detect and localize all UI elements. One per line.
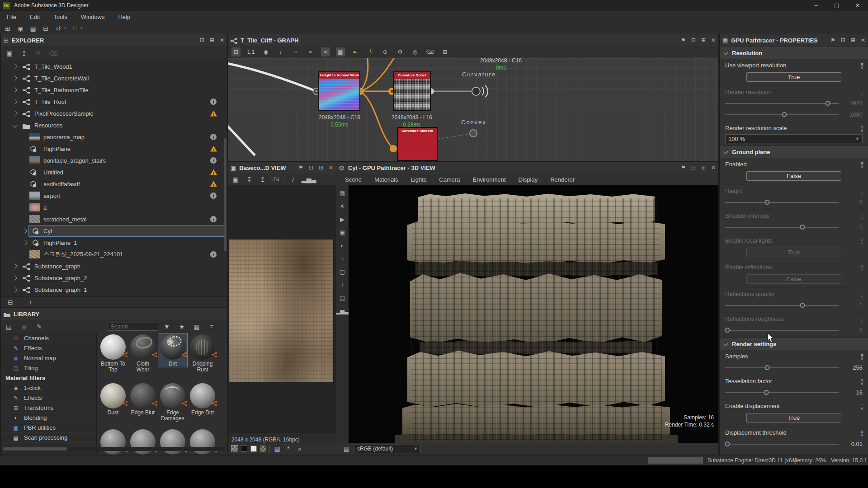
shadow-icon[interactable]: ○ bbox=[340, 255, 344, 262]
chevron-right-icon[interactable] bbox=[12, 87, 17, 92]
slider-track[interactable] bbox=[725, 227, 839, 228]
screenshot-icon[interactable]: ◉ bbox=[261, 47, 270, 56]
close-panel-icon[interactable]: ✕ bbox=[711, 37, 716, 43]
redo-icon[interactable]: ↻ bbox=[71, 25, 79, 32]
open-icon[interactable]: ▤ bbox=[29, 25, 37, 32]
section-ground-plane[interactable]: Ground plane bbox=[720, 145, 868, 158]
slider-handle[interactable] bbox=[800, 225, 805, 230]
info-icon[interactable]: i bbox=[210, 216, 217, 222]
info-icon[interactable]: i bbox=[210, 192, 217, 199]
tree-row-PixelProcessorSample[interactable]: PixelProcessorSample bbox=[1, 108, 227, 119]
info-icon[interactable]: i bbox=[289, 176, 297, 183]
move-icon[interactable]: + bbox=[340, 282, 344, 288]
histogram-icon[interactable]: ▂▅▃ bbox=[302, 176, 316, 183]
section-resolution[interactable]: Resolution bbox=[720, 47, 868, 59]
graph-node[interactable]: Height to Normal World... bbox=[318, 71, 360, 111]
warning-icon[interactable] bbox=[210, 146, 217, 152]
bg-custom-icon[interactable] bbox=[260, 446, 266, 452]
slider-track[interactable] bbox=[725, 330, 839, 331]
tree-row-HighPlane_1[interactable]: HighPlane_1 bbox=[1, 237, 227, 249]
slider-handle[interactable] bbox=[725, 441, 730, 446]
save-icon[interactable]: ▣ bbox=[5, 50, 14, 57]
pin-icon[interactable]: ⚑ bbox=[681, 164, 686, 171]
library-item-dirt[interactable]: Dirt bbox=[158, 333, 187, 367]
tree-row-airport[interactable]: airporti bbox=[1, 190, 227, 202]
chevron-right-icon[interactable] bbox=[12, 263, 17, 268]
import-icon[interactable]: ↧ bbox=[245, 176, 253, 183]
preset-icon[interactable]: ≡˅ bbox=[861, 188, 863, 195]
view3d-menu-renderer[interactable]: Renderer bbox=[545, 176, 580, 183]
more-icon[interactable]: » bbox=[296, 445, 304, 452]
preset-icon[interactable]: ≡˅ bbox=[861, 353, 863, 361]
tree-row-Resources[interactable]: Resources bbox=[1, 119, 227, 131]
save-icon[interactable]: ▣ bbox=[231, 176, 240, 183]
slider-track[interactable] bbox=[725, 305, 839, 306]
info-icon[interactable]: i bbox=[276, 47, 285, 56]
section-render-settings[interactable]: Render settings bbox=[720, 338, 868, 350]
tree-row-HighPlane[interactable]: HighPlane bbox=[1, 143, 227, 155]
library-category-effects[interactable]: ✎Effects bbox=[1, 343, 96, 353]
toggle-button[interactable]: False bbox=[746, 171, 841, 181]
light-icon[interactable]: ☀ bbox=[340, 203, 345, 210]
preset-icon[interactable]: ≡˅ bbox=[861, 161, 863, 169]
preset-icon[interactable]: ≡˅ bbox=[861, 430, 863, 437]
undo-icon-caret[interactable]: ▾ bbox=[64, 26, 66, 30]
slider-value[interactable]: 0 bbox=[844, 199, 863, 206]
float-panel-icon[interactable]: ⊡ bbox=[200, 37, 204, 43]
menu-edit[interactable]: Edit bbox=[23, 14, 47, 20]
tree-row-T_Tile_ConcreteWall[interactable]: T_Tile_ConcreteWall bbox=[1, 72, 227, 84]
warning-icon[interactable] bbox=[210, 181, 217, 187]
chevron-right-icon[interactable] bbox=[12, 64, 17, 69]
view3d-menu-environment[interactable]: Environment bbox=[467, 176, 511, 183]
tree-row-bonifacio_aragon_stairs[interactable]: bonifacio_aragon_stairsi bbox=[1, 155, 227, 166]
view2d-canvas[interactable] bbox=[228, 185, 336, 433]
grid-view-icon[interactable]: ▦ bbox=[193, 323, 201, 330]
slider-track[interactable] bbox=[725, 202, 839, 203]
edit-icon[interactable]: ✎ bbox=[35, 323, 43, 330]
slider-track[interactable] bbox=[725, 114, 839, 115]
chevron-right-icon[interactable] bbox=[12, 287, 17, 292]
tools-icon[interactable]: ⚙ bbox=[396, 47, 405, 56]
search-input[interactable] bbox=[108, 323, 158, 331]
pointer-icon[interactable]: ▶ bbox=[340, 216, 344, 223]
material-icon[interactable]: ◐ bbox=[340, 242, 344, 249]
preset-icon[interactable]: ≡˅ bbox=[861, 238, 863, 245]
graph-node[interactable]: Curvature Smooth bbox=[397, 127, 438, 161]
chevron-right-icon[interactable] bbox=[12, 99, 17, 104]
tree-row-scratched_metal[interactable]: scratched_metali bbox=[1, 213, 227, 225]
preset-icon[interactable]: ≡˅ bbox=[861, 125, 863, 132]
toggle-button[interactable]: True bbox=[746, 72, 841, 82]
slider-value[interactable]: 1 bbox=[844, 302, 863, 309]
maximize-panel-icon[interactable]: ⊞ bbox=[701, 164, 706, 171]
image-icon[interactable]: ▣ bbox=[340, 229, 345, 236]
chevron-right-icon[interactable] bbox=[12, 75, 17, 80]
graph-node[interactable]: Curvature Sobel bbox=[393, 71, 431, 111]
tree-row-T_Tile_BathroomTile[interactable]: T_Tile_BathroomTile bbox=[1, 84, 227, 96]
chevron-down-icon[interactable] bbox=[12, 122, 17, 127]
explorer-scrollbar[interactable] bbox=[224, 138, 226, 251]
library-item-bottom-to-top[interactable]: Bottom ToTop bbox=[99, 333, 127, 373]
preset-icon[interactable]: ≡˅ bbox=[861, 89, 863, 96]
view3d-menu-camera[interactable]: Camera bbox=[434, 176, 465, 183]
tree-row-asdfsdffafasdf[interactable]: asdfsdffafasdf bbox=[1, 178, 227, 190]
close-panel-icon[interactable]: ✕ bbox=[861, 37, 865, 43]
link-display-icon[interactable]: ∞ bbox=[306, 47, 315, 56]
maximize-icon[interactable]: ▢ bbox=[826, 0, 847, 11]
clean-icon[interactable]: ⌫ bbox=[425, 47, 434, 56]
filter-icon[interactable]: ▼ bbox=[163, 323, 171, 330]
menu-file[interactable]: File bbox=[0, 14, 23, 20]
slider-value[interactable]: 256 bbox=[844, 364, 863, 371]
tree-row-Untitled[interactable]: Untitled bbox=[1, 166, 227, 178]
layers-icon[interactable]: ▤ bbox=[336, 47, 345, 56]
tree-row-panorama_map[interactable]: panorama_mapi bbox=[1, 131, 227, 143]
maximize-panel-icon[interactable]: ⊞ bbox=[210, 37, 214, 43]
search-icon[interactable]: ○ bbox=[291, 47, 300, 56]
export-icon[interactable]: ↥ bbox=[20, 50, 28, 57]
slider-handle[interactable] bbox=[782, 112, 787, 117]
tree-row-T_Tile_Wood1[interactable]: T_Tile_Wood1 bbox=[1, 61, 227, 72]
library-category-channels[interactable]: ▤Channels bbox=[1, 333, 96, 343]
wireframe-icon[interactable]: ▤ bbox=[340, 295, 345, 301]
library-item-dripping-rust[interactable]: DrippingRust bbox=[188, 333, 217, 373]
preset-icon[interactable]: ≡˅ bbox=[861, 403, 863, 410]
display-icon[interactable]: ▦ bbox=[340, 190, 345, 197]
